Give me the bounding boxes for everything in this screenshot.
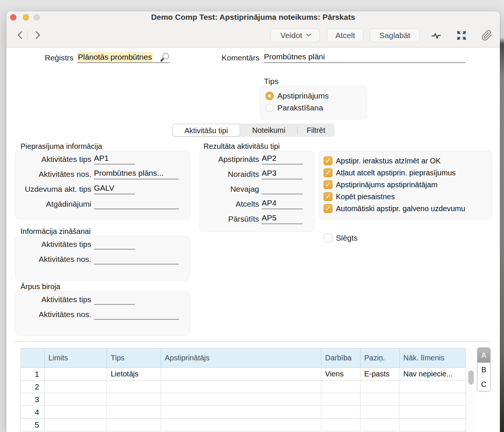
row-3-nak-limenis[interactable] [399,393,466,406]
row-3-pazin[interactable] [360,393,399,406]
arpus-aktivitates-nos-label: Aktivitātes nos. [15,309,91,320]
row-1-limits[interactable] [44,368,107,381]
row-2-number[interactable]: 2 [21,381,44,393]
row-2-nak-limenis[interactable] [399,381,466,393]
header-apstiprinatajs: Apstiprinātājs [161,348,321,368]
row-5-tips[interactable] [107,419,161,431]
table-scrollbar[interactable] [468,370,474,385]
atcelts-value: AP4 [262,198,277,207]
row-5-darbiba[interactable] [321,419,360,431]
row-2-pazin[interactable] [360,381,399,393]
matrix-side-tabs: A B C [477,347,491,391]
tab-noteikumi[interactable]: Noteikumi [240,124,297,137]
activity-icon[interactable] [431,30,442,41]
row-3-apstiprinatajs[interactable] [161,393,321,406]
nevajag-label: Nevajag [199,184,259,194]
row-4-pazin[interactable] [360,406,399,419]
side-tab-c[interactable]: C [478,377,490,391]
arpus-aktivitates-nos-input[interactable] [94,309,179,320]
parsutits-input[interactable]: AP5 [262,213,303,224]
row-4-darbiba[interactable] [321,406,360,419]
approval-levels-table: Limits Tips Apstiprinātājs Darbība Paziņ… [21,348,466,432]
header-limits: Limits [44,348,107,368]
close-button[interactable] [10,14,16,21]
noraidits-input[interactable]: AP3 [262,168,303,179]
row-1-apstiprinatajs[interactable] [161,368,321,381]
row-2-tips[interactable] [107,381,161,393]
radio-parakstisana[interactable] [265,104,274,112]
komentars-input[interactable]: Prombūtnes plāni [264,52,465,63]
arpus-aktivitates-tips-input[interactable] [94,294,135,305]
radio-apstiprinajums[interactable] [265,92,274,100]
uzdevuma-akt-tips-input[interactable]: GALV [94,183,135,194]
registrs-input[interactable]: Plānotās prombūtnes [77,52,170,63]
row-2-darbiba[interactable] [321,381,360,393]
section-rezultata-title: Rezultāta aktivitāšu tipi [204,142,280,151]
apstiprinats-input[interactable]: AP2 [262,153,303,165]
row-5-pazin[interactable] [360,419,399,431]
saglabat-button[interactable]: Saglabāt [370,28,420,42]
zoom-button[interactable] [34,14,40,21]
row-2-apstiprinatajs[interactable] [161,381,321,393]
row-4-apstiprinatajs[interactable] [161,406,321,419]
row-4-number[interactable]: 4 [21,406,44,419]
checkbox-automatiski-apstipr[interactable] [324,204,333,213]
back-icon[interactable] [15,29,25,41]
row-5-apstiprinatajs[interactable] [161,419,321,431]
checkbox-kopet-piesaistnes-label: Kopēt piesaistnes [336,192,395,201]
checkbox-atlaut-atcelt[interactable] [324,168,333,177]
atgadinajumi-input[interactable] [94,198,179,209]
arpus-aktivitates-tips-label: Aktivitātes tips [15,294,91,305]
row-5-limits[interactable] [44,419,107,431]
row-5-nak-limenis[interactable] [399,419,466,431]
radio-parakstisana-label: Parakstīšana [277,103,323,113]
row-3-darbiba[interactable] [321,393,360,406]
checkbox-apstipr-ierakstus[interactable] [324,156,333,165]
noraidits-label: Noraidīts [199,169,259,179]
row-1-number[interactable]: 1 [21,368,44,381]
side-tab-b[interactable]: B [478,363,490,377]
row-3-tips[interactable] [107,393,161,406]
screen: Demo Comp Test: Apstiprinājuma noteikums… [0,0,504,432]
checkbox-kopet-piesaistnes[interactable] [324,192,333,201]
row-4-tips[interactable] [107,406,161,419]
nevajag-input[interactable] [262,183,303,194]
chevron-down-icon [306,32,311,37]
expand-icon[interactable] [456,30,467,41]
checkbox-slegts[interactable] [324,234,333,242]
row-3-limits[interactable] [44,393,107,406]
lookup-magnifier-icon[interactable] [160,52,170,65]
tab-filtret[interactable]: Filtrēt [297,124,334,137]
apstiprinats-value: AP2 [262,154,277,162]
row-3-number[interactable]: 3 [21,393,44,406]
row-4-limits[interactable] [44,406,107,419]
veidot-button-label: Veidot [280,31,302,40]
checkbox-apstiprinajums-apstiprinatajam-label: Apstiprinājums apstiprinātājam [336,180,437,190]
section-informacija-title: Informācija zināšanai [21,227,91,236]
row-1-pazin[interactable]: E-pasts [360,368,399,381]
aktivitates-tips-input[interactable]: AP1 [94,153,135,165]
aktivitates-nos-input[interactable]: Prombūtnes plāns... [94,168,179,179]
side-tab-a[interactable]: A [478,348,490,363]
atcelt-button[interactable]: Atcelt [327,28,363,42]
checkbox-apstiprinajums-apstiprinatajam[interactable] [324,180,333,189]
row-5-number[interactable]: 5 [21,419,44,431]
paperclip-icon[interactable] [481,30,492,41]
row-1-tips[interactable]: Lietotājs [107,368,161,381]
forward-icon[interactable] [33,29,42,41]
noraidits-value: AP3 [262,169,277,177]
checkbox-slegts-label: Slēgts [336,233,357,243]
tab-aktivitasu-tipi[interactable]: Aktivitāšu tipi [172,124,240,137]
info-aktivitates-tips-input[interactable] [94,238,135,250]
row-1-nak-limenis[interactable]: Nav nepiecie... [399,368,466,381]
aktivitates-nos-value: Prombūtnes plāns... [94,169,164,177]
row-1-darbiba[interactable]: Viens [321,368,360,381]
header-tips: Tips [107,348,161,368]
info-aktivitates-nos-input[interactable] [94,253,179,264]
minimize-button[interactable] [23,14,29,21]
radio-apstiprinajums-label: Apstiprinājums [277,91,329,101]
row-2-limits[interactable] [44,381,107,393]
row-4-nak-limenis[interactable] [399,406,466,419]
veidot-button[interactable]: Veidot [271,28,320,42]
atcelts-input[interactable]: AP4 [262,198,303,209]
